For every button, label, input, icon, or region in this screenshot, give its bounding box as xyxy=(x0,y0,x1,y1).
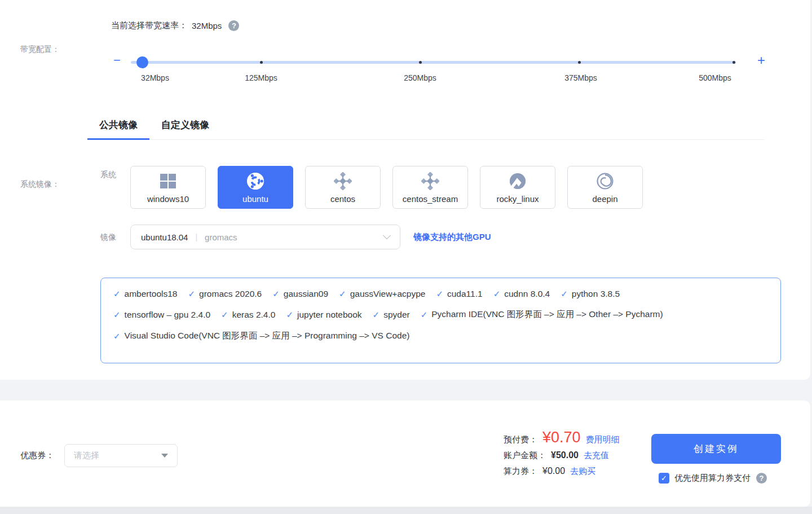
software-item: ✓python 3.8.5 xyxy=(561,289,620,299)
software-item: ✓gromacs 2020.6 xyxy=(188,289,262,299)
image-tabs: 公共镜像 自定义镜像 xyxy=(87,113,765,140)
os-option-centos-stream[interactable]: centos_stream xyxy=(392,166,468,209)
os-options-row: windows10 ubuntu xyxy=(130,166,643,209)
priority-payment-row: ✓ 优先使用算力券支付 ? xyxy=(659,473,767,484)
software-item: ✓Visual Studio Code(VNC 图形界面 –> 应用 –> Pr… xyxy=(113,330,409,342)
os-option-rocky-linux[interactable]: rocky_linux xyxy=(480,166,555,209)
os-option-label: ubuntu xyxy=(242,194,268,204)
os-option-deepin[interactable]: deepin xyxy=(567,166,643,209)
software-item: ✓tensorflow – gpu 2.4.0 xyxy=(113,309,210,320)
gpu-support-link[interactable]: 镜像支持的其他GPU xyxy=(413,232,491,243)
slider-mark-label: 500Mbps xyxy=(699,73,731,82)
software-item: ✓cudnn 8.0.4 xyxy=(493,289,550,299)
windows-icon xyxy=(160,172,176,191)
os-option-label: centos_stream xyxy=(403,194,458,204)
tab-custom-image[interactable]: 自定义镜像 xyxy=(149,113,221,140)
current-bandwidth-label: 当前选择带宽速率： xyxy=(111,20,187,31)
slider-mark-label: 375Mbps xyxy=(564,73,597,82)
check-icon: ✓ xyxy=(286,310,293,320)
os-option-label: rocky_linux xyxy=(496,194,539,204)
software-row: ✓tensorflow – gpu 2.4.0 ✓keras 2.4.0 ✓ju… xyxy=(113,309,768,320)
slider-mark-label: 32Mbps xyxy=(141,73,169,82)
software-item: ✓spyder xyxy=(373,309,410,320)
check-icon: ✓ xyxy=(113,310,121,320)
check-icon: ✓ xyxy=(113,331,121,341)
check-icon: ✓ xyxy=(421,310,428,320)
fee-detail-link[interactable]: 费用明细 xyxy=(586,434,620,445)
check-icon: ✓ xyxy=(561,289,568,299)
rocky-linux-icon xyxy=(509,172,527,191)
software-item: ✓cuda11.1 xyxy=(436,289,482,299)
config-card: 带宽配置： 当前选择带宽速率： 32Mbps ? − + 32Mbps 125M… xyxy=(0,0,810,380)
bandwidth-slider-handle[interactable] xyxy=(136,56,148,68)
coupon-placeholder: 请选择 xyxy=(74,450,99,461)
ubuntu-icon xyxy=(246,172,264,191)
balance-row: 账户金额： ¥50.00 去充值 xyxy=(504,450,620,461)
coupon-label: 优惠券： xyxy=(20,450,54,461)
centos-icon xyxy=(334,172,352,191)
image-select-variant: gromacs xyxy=(205,232,237,242)
bandwidth-slider-track[interactable] xyxy=(131,61,736,64)
recharge-link[interactable]: 去充值 xyxy=(584,450,609,461)
priority-payment-checkbox[interactable]: ✓ xyxy=(659,473,669,484)
chevron-down-icon xyxy=(383,231,391,239)
check-icon: ✓ xyxy=(188,289,196,299)
image-select-value: ubuntu18.04 xyxy=(141,232,188,242)
check-icon: ✓ xyxy=(221,310,228,320)
pricing-summary: 预付费： ¥0.70 费用明细 账户金额： ¥50.00 去充值 算力券： ¥0… xyxy=(504,430,620,477)
os-option-windows10[interactable]: windows10 xyxy=(130,166,206,209)
centos-stream-icon xyxy=(421,172,439,191)
prepay-value: ¥0.70 xyxy=(542,430,581,445)
bandwidth-increase-button[interactable]: + xyxy=(757,54,765,67)
priority-payment-help-icon[interactable]: ? xyxy=(756,473,767,484)
check-icon: ✓ xyxy=(113,289,121,299)
software-item: ✓ambertools18 xyxy=(113,289,178,299)
check-icon: ✓ xyxy=(493,289,501,299)
slider-step-dot xyxy=(260,61,263,64)
buy-voucher-link[interactable]: 去购买 xyxy=(570,466,595,477)
software-item: ✓jupyter notebook xyxy=(286,309,361,320)
bandwidth-section-label: 带宽配置： xyxy=(20,45,60,55)
slider-step-dot xyxy=(732,61,735,64)
software-item: ✓gaussian09 xyxy=(272,289,328,299)
os-option-label: centos xyxy=(330,194,355,204)
page-bottom-strip xyxy=(0,507,812,514)
os-option-centos[interactable]: centos xyxy=(305,166,381,209)
check-icon: ✓ xyxy=(436,289,443,299)
bandwidth-decrease-button[interactable]: − xyxy=(113,54,121,67)
system-image-section-label: 系统镜像： xyxy=(20,179,60,190)
prepay-label: 预付费： xyxy=(504,434,537,445)
slider-step-dot xyxy=(578,61,581,64)
create-instance-button[interactable]: 创建实例 xyxy=(651,434,781,464)
balance-label: 账户金额： xyxy=(504,450,546,461)
software-row: ✓ambertools18 ✓gromacs 2020.6 ✓gaussian0… xyxy=(113,289,768,299)
slider-step-dot xyxy=(419,61,422,64)
image-version-select[interactable]: ubuntu18.04 | gromacs xyxy=(130,225,400,249)
coupon-select[interactable]: 请选择 xyxy=(64,444,178,467)
os-option-ubuntu[interactable]: ubuntu xyxy=(218,166,293,209)
software-item: ✓keras 2.4.0 xyxy=(221,309,275,320)
image-row-label: 镜像 xyxy=(100,232,116,243)
tab-public-image[interactable]: 公共镜像 xyxy=(87,113,149,140)
software-row: ✓Visual Studio Code(VNC 图形界面 –> 应用 –> Pr… xyxy=(113,330,768,342)
software-item: ✓gaussView+acpype xyxy=(339,289,425,299)
check-icon: ✓ xyxy=(272,289,280,299)
slider-mark-label: 250Mbps xyxy=(404,73,436,82)
balance-value: ¥50.00 xyxy=(551,450,579,460)
priority-payment-label: 优先使用算力券支付 xyxy=(674,473,751,484)
os-option-label: deepin xyxy=(592,194,617,204)
deepin-icon xyxy=(596,172,614,191)
software-item: ✓Pycharm IDE(VNC 图形界面 –> 应用 –> Other –> … xyxy=(421,309,663,320)
check-icon: ✓ xyxy=(373,310,380,320)
os-option-label: windows10 xyxy=(147,194,189,204)
voucher-label: 算力券： xyxy=(504,466,537,477)
caret-down-icon xyxy=(161,454,168,458)
bandwidth-help-icon[interactable]: ? xyxy=(228,20,239,31)
os-row-label: 系统 xyxy=(100,170,116,180)
voucher-value: ¥0.00 xyxy=(542,466,565,476)
current-bandwidth-row: 当前选择带宽速率： 32Mbps ? xyxy=(111,20,239,31)
current-bandwidth-value: 32Mbps xyxy=(192,21,222,30)
slider-mark-label: 125Mbps xyxy=(245,73,277,82)
check-icon: ✓ xyxy=(339,289,346,299)
image-select-separator: | xyxy=(195,232,197,241)
